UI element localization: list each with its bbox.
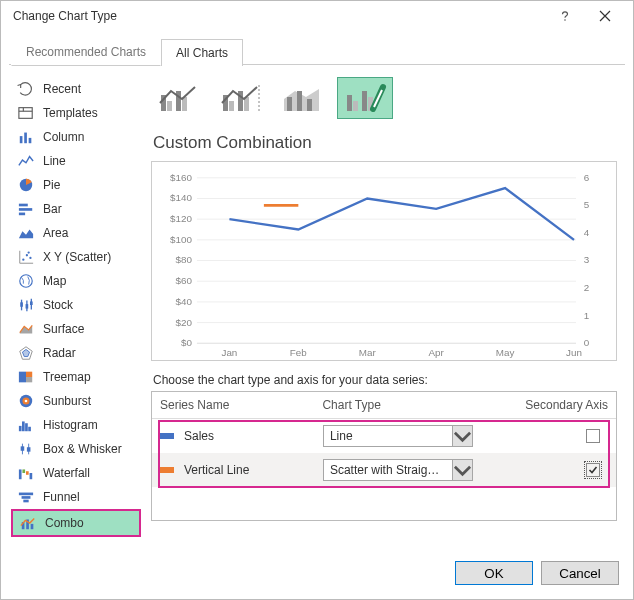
- svg-rect-51: [167, 101, 172, 111]
- sidebar-item-scatter[interactable]: X Y (Scatter): [11, 245, 141, 269]
- svg-text:Mar: Mar: [359, 347, 377, 358]
- dialog-title: Change Chart Type: [9, 9, 545, 23]
- sidebar-item-column[interactable]: Column: [11, 125, 141, 149]
- svg-text:$20: $20: [176, 317, 193, 328]
- tab-all-charts[interactable]: All Charts: [161, 39, 243, 66]
- series-table-header: Series Name Chart Type Secondary Axis: [152, 392, 616, 419]
- svg-rect-44: [19, 493, 33, 496]
- sidebar-item-recent[interactable]: Recent: [11, 77, 141, 101]
- svg-text:5: 5: [584, 199, 590, 210]
- svg-text:May: May: [496, 347, 515, 358]
- sidebar-item-surface[interactable]: Surface: [11, 317, 141, 341]
- svg-text:$100: $100: [170, 234, 192, 245]
- svg-rect-5: [24, 133, 27, 144]
- svg-text:6: 6: [584, 172, 590, 183]
- close-button[interactable]: [585, 2, 625, 30]
- sidebar-item-waterfall[interactable]: Waterfall: [11, 461, 141, 485]
- subtype-clustered-column-line[interactable]: [151, 77, 207, 119]
- subtype-custom-combination[interactable]: [337, 77, 393, 119]
- subtype-clustered-column-line-secondary-axis[interactable]: [213, 77, 269, 119]
- svg-text:$0: $0: [181, 337, 192, 348]
- svg-rect-33: [22, 421, 25, 431]
- series-swatch: [160, 433, 174, 439]
- series-type-dropdown-vertical-line[interactable]: Scatter with Straight ...: [323, 459, 473, 481]
- cancel-button[interactable]: Cancel: [541, 561, 619, 585]
- series-table: Series Name Chart Type Secondary Axis Sa…: [151, 391, 617, 521]
- svg-point-17: [20, 275, 32, 287]
- svg-rect-49: [31, 524, 34, 529]
- svg-rect-8: [19, 204, 28, 207]
- change-chart-type-dialog: Change Chart Type Recommended Charts All…: [0, 0, 634, 600]
- sidebar-item-area[interactable]: Area: [11, 221, 141, 245]
- svg-point-16: [28, 251, 30, 253]
- ok-button[interactable]: OK: [455, 561, 533, 585]
- sidebar-item-combo[interactable]: Combo: [11, 509, 141, 537]
- sidebar-item-templates[interactable]: Templates: [11, 101, 141, 125]
- series-sales-line: [229, 188, 574, 240]
- recent-icon: [17, 81, 35, 97]
- chart-category-list: Recent Templates Column Line Pie Bar: [11, 73, 141, 547]
- sidebar-item-bar[interactable]: Bar: [11, 197, 141, 221]
- series-type-dropdown-sales[interactable]: Line: [323, 425, 473, 447]
- treemap-icon: [17, 369, 35, 385]
- svg-text:Jun: Jun: [566, 347, 582, 358]
- combo-subtype-row: [151, 77, 617, 131]
- series-name-label: Vertical Line: [184, 463, 249, 477]
- sidebar-item-line[interactable]: Line: [11, 149, 141, 173]
- svg-text:Jan: Jan: [221, 347, 237, 358]
- subtype-title: Custom Combination: [151, 131, 617, 161]
- sidebar-item-map[interactable]: Map: [11, 269, 141, 293]
- sidebar-item-pie[interactable]: Pie: [11, 173, 141, 197]
- sidebar-item-histogram[interactable]: Histogram: [11, 413, 141, 437]
- svg-rect-62: [347, 95, 352, 111]
- main-panel: Custom Combination $0 $20 $40 $60 $80 $1…: [141, 73, 623, 547]
- tab-recommended-charts[interactable]: Recommended Charts: [11, 38, 161, 66]
- sidebar-item-funnel[interactable]: Funnel: [11, 485, 141, 509]
- sidebar-item-treemap[interactable]: Treemap: [11, 365, 141, 389]
- sidebar-item-box-whisker[interactable]: Box & Whisker: [11, 437, 141, 461]
- svg-rect-26: [19, 372, 26, 383]
- svg-rect-4: [20, 136, 23, 143]
- svg-rect-37: [21, 446, 25, 450]
- funnel-icon: [17, 489, 35, 505]
- series-header-type: Chart Type: [322, 398, 508, 412]
- close-icon: [599, 10, 611, 22]
- help-button[interactable]: [545, 2, 585, 30]
- svg-rect-10: [19, 213, 25, 216]
- templates-icon: [17, 105, 35, 121]
- series-row-sales: Sales Line: [152, 419, 616, 453]
- chevron-down-icon: [452, 426, 472, 446]
- sidebar-item-radar[interactable]: Radar: [11, 341, 141, 365]
- column-icon: [17, 129, 35, 145]
- svg-rect-6: [29, 138, 32, 143]
- svg-text:$40: $40: [176, 296, 193, 307]
- sidebar-item-stock[interactable]: Stock: [11, 293, 141, 317]
- svg-rect-35: [28, 427, 31, 431]
- scatter-icon: [17, 249, 35, 265]
- svg-text:$60: $60: [176, 275, 193, 286]
- pie-icon: [17, 177, 35, 193]
- histogram-icon: [17, 417, 35, 433]
- titlebar: Change Chart Type: [1, 1, 633, 31]
- svg-text:$160: $160: [170, 172, 192, 183]
- svg-rect-27: [26, 372, 32, 377]
- secondary-axis-checkbox-sales[interactable]: [586, 429, 600, 443]
- svg-rect-63: [353, 101, 358, 111]
- sidebar-item-sunburst[interactable]: Sunburst: [11, 389, 141, 413]
- svg-rect-21: [26, 304, 29, 308]
- svg-rect-41: [22, 469, 25, 473]
- svg-text:Feb: Feb: [290, 347, 307, 358]
- series-caption: Choose the chart type and axis for your …: [151, 361, 617, 391]
- svg-point-14: [26, 254, 28, 256]
- svg-text:$140: $140: [170, 192, 192, 203]
- subtype-stacked-area-clustered-column[interactable]: [275, 77, 331, 119]
- waterfall-icon: [17, 465, 35, 481]
- svg-rect-59: [287, 97, 292, 111]
- svg-rect-34: [25, 423, 28, 431]
- svg-text:1: 1: [584, 310, 589, 321]
- svg-text:4: 4: [584, 227, 590, 238]
- line-icon: [17, 153, 35, 169]
- secondary-axis-checkbox-vertical-line[interactable]: [586, 463, 600, 477]
- svg-text:3: 3: [584, 254, 590, 265]
- svg-point-15: [29, 257, 31, 259]
